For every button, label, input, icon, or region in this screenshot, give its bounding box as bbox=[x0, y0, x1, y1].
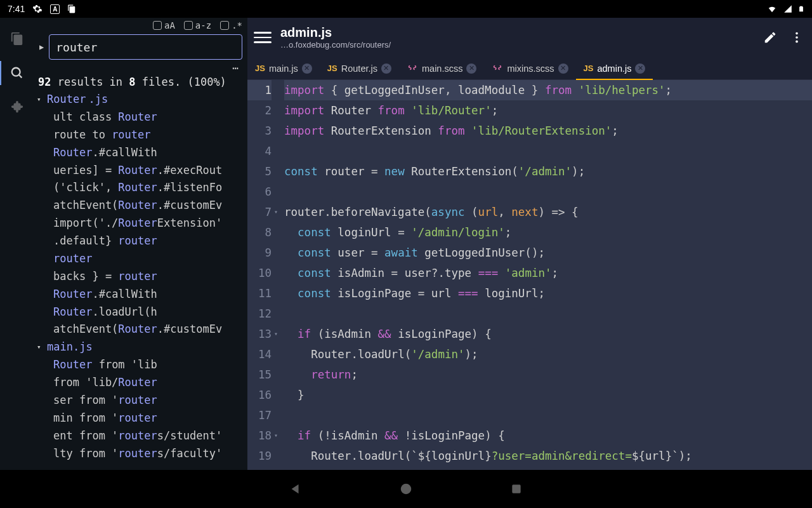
code-line[interactable]: if (!isAdmin && !isLoginPage) { bbox=[284, 425, 812, 446]
result-match[interactable]: Router.#callWith bbox=[37, 286, 247, 304]
recent-icon[interactable] bbox=[509, 481, 524, 497]
results-tree[interactable]: ▾Router.jsult class Routerroute to route… bbox=[34, 91, 247, 470]
svg-point-0 bbox=[12, 68, 20, 76]
titlebar: admin.js …o.foxdebug.com/src/routers/ bbox=[247, 18, 812, 57]
result-match[interactable]: import('./RouterExtension' bbox=[37, 215, 247, 232]
result-match[interactable]: min from 'router bbox=[37, 410, 247, 427]
overflow-icon[interactable] bbox=[788, 29, 806, 46]
line-gutter: 1234567▾8910111213▾1415161718▾19 bbox=[247, 80, 277, 470]
search-tab-icon[interactable] bbox=[9, 65, 25, 81]
code-line[interactable]: const router = new RouterExtension('/adm… bbox=[284, 161, 812, 182]
clipboard-icon bbox=[67, 4, 76, 14]
result-match[interactable]: from 'lib/Router bbox=[37, 374, 247, 392]
status-time: 7:41 bbox=[8, 4, 25, 14]
tab-admin-js[interactable]: JSadmin.js✕ bbox=[576, 57, 653, 79]
close-icon[interactable]: ✕ bbox=[635, 64, 645, 74]
editor-main: admin.js …o.foxdebug.com/src/routers/ JS… bbox=[247, 18, 812, 470]
result-match[interactable]: backs } = router bbox=[37, 268, 247, 286]
result-match[interactable]: router bbox=[37, 250, 247, 268]
home-icon[interactable] bbox=[398, 481, 414, 497]
battery-icon bbox=[798, 4, 804, 14]
result-match[interactable]: Router.loadUrl(h bbox=[37, 304, 247, 321]
close-icon[interactable]: ✕ bbox=[381, 64, 391, 74]
tab-Router-js[interactable]: JSRouter.js✕ bbox=[320, 57, 399, 79]
search-sidebar: aA a-z .* ▶ … 92 results in 8 files. (10… bbox=[34, 18, 247, 470]
search-more-icon[interactable]: … bbox=[34, 60, 247, 72]
code-line[interactable]: const user = await getLoggedInUser(); bbox=[284, 243, 812, 263]
tab-label: admin.js bbox=[597, 64, 631, 74]
result-match[interactable]: ('click', Router.#listenFo bbox=[37, 179, 247, 197]
regex-toggle[interactable]: .* bbox=[220, 20, 242, 30]
whole-word-toggle[interactable]: a-z bbox=[184, 20, 211, 30]
tab-label: main.js bbox=[269, 64, 298, 74]
result-match[interactable]: route to router bbox=[37, 126, 247, 144]
code-line[interactable] bbox=[284, 141, 812, 161]
tab-main-js[interactable]: JSmain.js✕ bbox=[247, 57, 320, 79]
svg-rect-6 bbox=[512, 485, 520, 493]
file-title: admin.js bbox=[280, 25, 752, 40]
menu-icon[interactable] bbox=[254, 32, 272, 43]
android-nav-bar bbox=[0, 470, 812, 508]
tab-label: mixins.scss bbox=[507, 64, 554, 74]
results-summary: 92 results in 8 files. (100%) bbox=[34, 72, 247, 91]
search-input[interactable] bbox=[49, 34, 242, 60]
edit-icon[interactable] bbox=[761, 29, 779, 46]
signal-icon bbox=[783, 4, 793, 13]
result-match[interactable]: Router from 'lib bbox=[37, 356, 247, 374]
code-line[interactable]: import { getLoggedInUser, loadModule } f… bbox=[284, 80, 812, 100]
code-line[interactable]: if (isAdmin && isLoginPage) { bbox=[284, 324, 812, 344]
android-status-bar: 7:41 A bbox=[0, 0, 812, 18]
close-icon[interactable]: ✕ bbox=[302, 64, 312, 74]
code-line[interactable]: const loginUrl = '/admin/login'; bbox=[284, 222, 812, 243]
expand-search-icon[interactable]: ▶ bbox=[39, 43, 44, 51]
extensions-icon[interactable] bbox=[9, 99, 25, 116]
result-match[interactable]: ser from 'router bbox=[37, 392, 247, 410]
result-match[interactable]: atchEvent(Router.#customEv bbox=[37, 197, 247, 215]
result-match[interactable]: ult class Router bbox=[37, 109, 247, 126]
file-path: …o.foxdebug.com/src/routers/ bbox=[280, 40, 752, 50]
result-match[interactable]: Router.#callWith bbox=[37, 144, 247, 162]
language-icon: A bbox=[50, 4, 60, 14]
tab-label: Router.js bbox=[341, 64, 377, 74]
code-line[interactable] bbox=[284, 182, 812, 202]
gear-icon bbox=[32, 4, 43, 14]
code-line[interactable]: const isLoginPage = url === loginUrl; bbox=[284, 283, 812, 304]
code-area[interactable]: import { getLoggedInUser, loadModule } f… bbox=[277, 80, 812, 470]
code-line[interactable]: import Router from 'lib/Router'; bbox=[284, 100, 812, 121]
code-line[interactable]: const isAdmin = user?.type === 'admin'; bbox=[284, 263, 812, 283]
svg-point-4 bbox=[796, 41, 798, 43]
close-icon[interactable]: ✕ bbox=[466, 64, 476, 74]
code-line[interactable]: } bbox=[284, 385, 812, 405]
tab-main-scss[interactable]: main.scss✕ bbox=[399, 57, 484, 79]
search-options: aA a-z .* bbox=[34, 18, 247, 32]
tab-bar: JSmain.js✕JSRouter.js✕main.scss✕mixins.s… bbox=[247, 57, 812, 80]
result-file[interactable]: ▾main.js bbox=[37, 338, 247, 356]
svg-point-3 bbox=[796, 36, 798, 39]
code-line[interactable] bbox=[284, 304, 812, 324]
result-match[interactable]: ent from 'routers/student' bbox=[37, 427, 247, 445]
code-line[interactable]: Router.loadUrl(`${loginUrl}?user=admin&r… bbox=[284, 446, 812, 466]
tab-mixins-scss[interactable]: mixins.scss✕ bbox=[484, 57, 575, 79]
code-line[interactable]: Router.loadUrl('/admin'); bbox=[284, 344, 812, 364]
code-line[interactable]: return; bbox=[284, 364, 812, 385]
tab-label: main.scss bbox=[422, 64, 462, 74]
result-match[interactable]: ueries] = Router.#execRout bbox=[37, 162, 247, 180]
files-icon[interactable] bbox=[9, 30, 25, 47]
code-editor[interactable]: 1234567▾8910111213▾1415161718▾19 import … bbox=[247, 80, 812, 470]
result-match[interactable]: lty from 'routers/faculty' bbox=[37, 445, 247, 463]
back-icon[interactable] bbox=[288, 481, 303, 497]
result-match[interactable]: atchEvent(Router.#customEv bbox=[37, 321, 247, 338]
wifi-icon bbox=[766, 4, 778, 13]
close-icon[interactable]: ✕ bbox=[558, 64, 568, 74]
code-line[interactable] bbox=[284, 405, 812, 425]
svg-point-2 bbox=[796, 32, 798, 35]
code-line[interactable]: import RouterExtension from 'lib/RouterE… bbox=[284, 121, 812, 141]
svg-line-1 bbox=[19, 75, 22, 78]
result-file[interactable]: ▾Router.js bbox=[37, 91, 247, 109]
case-sensitive-toggle[interactable]: aA bbox=[153, 20, 175, 30]
activity-rail bbox=[0, 18, 34, 470]
svg-point-5 bbox=[401, 484, 412, 495]
result-match[interactable]: .default} router bbox=[37, 232, 247, 250]
code-line[interactable]: router.beforeNavigate(async (url, next) … bbox=[284, 202, 812, 222]
